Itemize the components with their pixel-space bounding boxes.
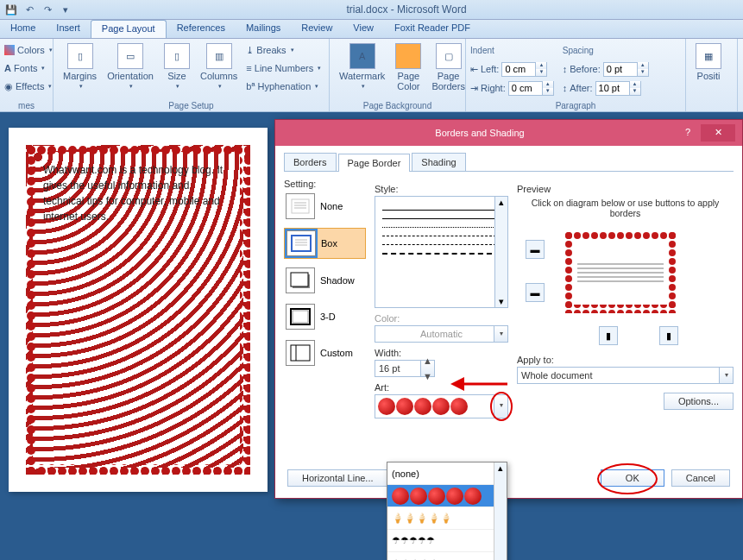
tab-foxit[interactable]: Foxit Reader PDF xyxy=(384,20,481,38)
apply-to-combo[interactable]: Whole document▾ xyxy=(517,367,734,384)
group-themes: Colors▾ AFonts▾ ◉Effects▾ mes xyxy=(0,39,54,111)
width-combo[interactable]: 16 pt▲▼ xyxy=(375,360,435,377)
art-dropdown-list[interactable]: (none) 🍦🍦🍦🍦🍦 ☂☂☂☂☂ 🕯🕯🕯🕯🕯 ▴▾ xyxy=(387,462,507,560)
indent-left-row: ⇤ Left: ▲▼ xyxy=(470,60,554,78)
group-page-background: AWatermark▾ Page Color ▢Page Borders Pag… xyxy=(330,39,466,111)
svg-rect-23 xyxy=(668,231,677,313)
style-label: Style: xyxy=(375,184,508,194)
document-page[interactable]: Whatvwant.com is a technology blog. It g… xyxy=(9,128,268,492)
svg-rect-14 xyxy=(291,273,308,286)
dialog-help-button[interactable]: ? xyxy=(677,124,698,142)
art-option-candles[interactable]: 🕯🕯🕯🕯🕯 xyxy=(387,552,507,560)
theme-effects-button[interactable]: ◉Effects▾ xyxy=(4,78,53,95)
preview-left-button[interactable]: ▮ xyxy=(599,326,618,345)
save-icon[interactable]: 💾 xyxy=(3,2,19,17)
ok-button[interactable]: OK xyxy=(601,469,664,487)
indent-heading: Indent xyxy=(470,41,554,59)
art-option-umbrellas[interactable]: ☂☂☂☂☂ xyxy=(387,530,507,552)
setting-none[interactable]: None xyxy=(284,192,366,221)
tab-insert[interactable]: Insert xyxy=(46,20,91,38)
tab-review[interactable]: Review xyxy=(291,20,343,38)
group-page-setup: ▯Margins▾ ▭Orientation▾ ▯Size▾ ▥Columns▾… xyxy=(54,39,330,111)
dialog-tab-page-border[interactable]: Page Border xyxy=(338,154,411,172)
columns-button[interactable]: ▥Columns▾ xyxy=(195,41,242,91)
orientation-button[interactable]: ▭Orientation▾ xyxy=(102,41,159,91)
size-button[interactable]: ▯Size▾ xyxy=(159,41,195,91)
dialog-tabs: Borders Page Border Shading xyxy=(284,153,734,172)
svg-rect-17 xyxy=(291,345,310,361)
group-paragraph: Indent ⇤ Left: ▲▼ ⇥ Right: ▲▼ Spacing ↕ … xyxy=(466,39,686,111)
undo-icon[interactable]: ↶ xyxy=(22,2,37,17)
style-column: Style: ▴▾ Color: Automatic▾ Width: 16 pt… xyxy=(375,179,508,418)
group-label-paragraph: Paragraph xyxy=(466,101,685,110)
theme-colors-button[interactable]: Colors▾ xyxy=(4,41,53,59)
preview-top-button[interactable]: ▬ xyxy=(526,240,545,259)
tab-home[interactable]: Home xyxy=(0,20,46,38)
redo-icon[interactable]: ↷ xyxy=(40,2,55,17)
indent-right-input[interactable]: ▲▼ xyxy=(508,81,554,96)
setting-custom[interactable]: Custom xyxy=(284,338,366,368)
setting-3d[interactable]: 3-D xyxy=(284,302,366,331)
svg-rect-3 xyxy=(26,145,36,475)
preview-bottom-button[interactable]: ▬ xyxy=(526,283,545,302)
document-body-text: Whatvwant.com is a technology blog. It g… xyxy=(43,162,233,457)
options-button[interactable]: Options... xyxy=(664,393,734,410)
svg-rect-15 xyxy=(291,309,310,324)
setting-shadow[interactable]: Shadow xyxy=(284,266,366,295)
svg-rect-5 xyxy=(292,199,309,213)
qat-more-icon[interactable]: ▾ xyxy=(58,2,73,17)
svg-rect-1 xyxy=(26,145,250,155)
page-color-button[interactable]: Page Color xyxy=(390,41,426,93)
art-preview-icon xyxy=(378,398,468,415)
tab-view[interactable]: View xyxy=(343,20,384,38)
tab-page-layout[interactable]: Page Layout xyxy=(91,20,167,38)
preview-diagram[interactable]: ▬ ▬ xyxy=(517,227,734,326)
page-borders-button[interactable]: ▢Page Borders xyxy=(426,41,470,93)
position-button[interactable]: ▦Positi xyxy=(690,41,727,83)
art-option-none[interactable]: (none) xyxy=(387,462,507,485)
width-label: Width: xyxy=(375,348,508,358)
group-label-themes: mes xyxy=(0,101,53,110)
dialog-close-button[interactable]: ✕ xyxy=(701,124,735,142)
breaks-button[interactable]: ⤓ Breaks▾ xyxy=(246,41,321,59)
group-arrange: ▦Positi xyxy=(686,39,738,111)
spacing-after-input[interactable]: ▲▼ xyxy=(595,81,641,96)
style-scrollbar[interactable]: ▴▾ xyxy=(494,197,507,307)
cancel-button[interactable]: Cancel xyxy=(671,469,730,487)
theme-fonts-button[interactable]: AFonts▾ xyxy=(4,60,53,77)
preview-column: Preview Click on diagram below or use bu… xyxy=(517,179,734,418)
line-numbers-button[interactable]: ≡ Line Numbers▾ xyxy=(246,60,321,77)
preview-right-button[interactable]: ▮ xyxy=(659,326,678,345)
dialog-titlebar[interactable]: Borders and Shading ? ✕ xyxy=(275,120,742,146)
watermark-button[interactable]: AWatermark▾ xyxy=(334,41,390,91)
style-listbox[interactable]: ▴▾ xyxy=(375,196,508,308)
ribbon-tabs: Home Insert Page Layout References Maili… xyxy=(0,20,743,39)
quick-access-toolbar: 💾 ↶ ↷ ▾ xyxy=(3,2,73,17)
window-title: trial.docx - Microsoft Word xyxy=(73,3,740,16)
indent-left-input[interactable]: ▲▼ xyxy=(501,62,547,77)
spacing-after-row: ↕ After: ▲▼ xyxy=(563,79,649,97)
spacing-before-input[interactable]: ▲▼ xyxy=(603,62,649,77)
dialog-title: Borders and Shading xyxy=(282,128,677,138)
art-label: Art: xyxy=(375,382,508,393)
art-option-apples[interactable] xyxy=(387,485,507,507)
hyphenation-button[interactable]: bª Hyphenation▾ xyxy=(246,78,321,95)
dialog-tab-shading[interactable]: Shading xyxy=(412,153,465,171)
svg-rect-22 xyxy=(564,231,573,313)
art-dropdown-scrollbar[interactable]: ▴▾ xyxy=(494,462,507,560)
dialog-tab-borders[interactable]: Borders xyxy=(284,153,337,171)
tab-references[interactable]: References xyxy=(167,20,236,38)
horizontal-line-button[interactable]: Horizontal Line... xyxy=(287,469,388,487)
setting-column: Setting: None Box Shadow 3-D Custom xyxy=(284,179,366,418)
art-combo[interactable]: ▾ xyxy=(375,394,508,418)
margins-button[interactable]: ▯Margins▾ xyxy=(58,41,102,91)
svg-rect-20 xyxy=(564,231,677,240)
svg-rect-21 xyxy=(564,305,677,313)
group-label-page-bg: Page Background xyxy=(330,101,465,110)
art-option-icecream[interactable]: 🍦🍦🍦🍦🍦 xyxy=(387,507,507,530)
indent-right-row: ⇥ Right: ▲▼ xyxy=(470,79,554,97)
tab-mailings[interactable]: Mailings xyxy=(236,20,291,38)
color-combo[interactable]: Automatic▾ xyxy=(375,325,508,343)
svg-rect-4 xyxy=(240,145,250,475)
setting-box[interactable]: Box xyxy=(284,228,366,259)
